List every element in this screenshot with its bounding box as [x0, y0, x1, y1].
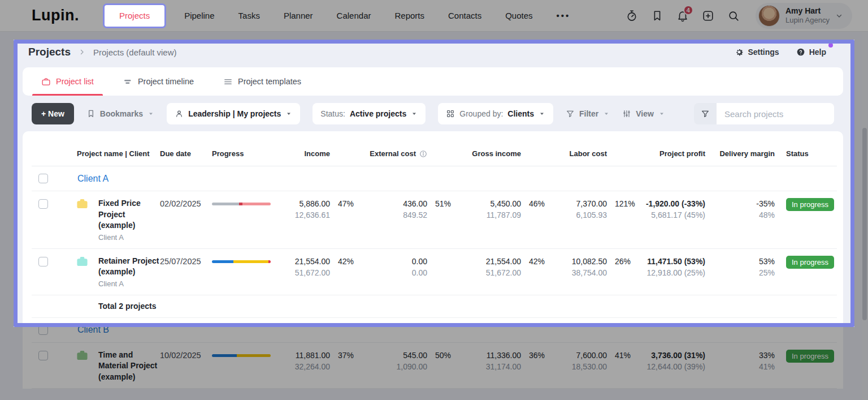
chevron-down-icon: [411, 110, 418, 117]
gear-icon: [735, 48, 744, 57]
breadcrumb: Projects Projects (default view) Setting…: [0, 40, 868, 64]
search-filter-button[interactable]: [694, 103, 717, 124]
col-gross-income[interactable]: Gross income: [452, 149, 546, 158]
nav-item-projects-label: Projects: [119, 11, 150, 20]
search-projects-input[interactable]: [717, 103, 834, 124]
tab-project-list[interactable]: Project list: [32, 67, 103, 96]
status-badge[interactable]: In progress: [786, 198, 834, 211]
group-header-client-a: Client A: [32, 166, 837, 191]
progress-bar: [212, 260, 271, 263]
new-project-button[interactable]: + New: [32, 103, 74, 124]
list-lines-icon: [223, 77, 233, 87]
col-progress[interactable]: Progress: [212, 149, 280, 158]
help-notification-dot: [828, 43, 833, 48]
col-project-name[interactable]: Project name | Client: [54, 149, 160, 158]
bookmark-icon: [86, 109, 96, 118]
project-client: Client A: [98, 278, 160, 289]
col-due-date[interactable]: Due date: [160, 149, 212, 158]
external-cost-cell: 436.0051% 849.52: [355, 198, 452, 221]
external-cost-cell: 0.00 0.00: [355, 256, 452, 278]
table-header-row: Project name | Client Due date Progress …: [32, 131, 837, 166]
income-cell: 5,886.0047% 12,636.61: [280, 198, 355, 221]
briefcase-icon: [41, 77, 51, 87]
chevron-down-icon: [285, 110, 292, 117]
sliders-icon: [622, 109, 631, 118]
tab-project-templates[interactable]: Project templates: [214, 67, 310, 96]
chevron-down-icon: [539, 110, 545, 117]
funnel-icon: [701, 109, 710, 118]
col-income[interactable]: Income: [280, 149, 355, 158]
project-name-link[interactable]: Retainer Project (example): [98, 256, 160, 278]
status-filter-dropdown[interactable]: Status: Active projects: [313, 103, 426, 124]
timeline-icon: [123, 77, 133, 87]
project-client: Client A: [98, 232, 160, 243]
col-external-cost[interactable]: External cost: [355, 149, 452, 158]
project-color-icon: [76, 198, 88, 209]
saved-view-dropdown[interactable]: Leadership | My projects: [167, 103, 300, 124]
col-labor-cost[interactable]: Labor cost: [546, 149, 632, 158]
nav-item-projects[interactable]: Projects: [103, 3, 166, 28]
due-date: 25/07/2025: [160, 256, 212, 267]
due-date: 02/02/2025: [160, 198, 212, 209]
table-row: Retainer Project (example) Client A 25/0…: [32, 249, 837, 295]
help-label: Help: [809, 48, 826, 57]
gross-income-cell: 21,554.0042% 51,672.00: [452, 256, 546, 278]
chevron-down-icon: [147, 110, 154, 117]
project-profit-cell: -1,920.00 (-33%) 5,681.17 (45%): [632, 198, 705, 221]
help-icon: [796, 48, 805, 57]
person-icon: [175, 109, 184, 118]
tab-project-timeline[interactable]: Project timeline: [114, 67, 203, 96]
gross-income-cell: 5,450.0046% 11,787.09: [452, 198, 546, 221]
view-options-dropdown[interactable]: View: [622, 109, 665, 118]
dim-overlay-right: [854, 40, 868, 327]
dim-overlay-bottom: [0, 327, 868, 400]
search-projects: [694, 103, 834, 124]
page-title[interactable]: Projects: [28, 46, 71, 58]
bookmarks-dropdown[interactable]: Bookmarks: [86, 109, 154, 118]
delivery-margin-cell: -35% 48%: [705, 198, 775, 221]
delivery-margin-cell: 53% 25%: [705, 256, 775, 278]
chevron-down-icon: [658, 110, 665, 117]
group-checkbox[interactable]: [38, 174, 48, 183]
project-profit-cell: 11,471.50 (53%) 12,918.00 (25%): [632, 256, 705, 278]
group-total-row: Total 2 projects: [32, 295, 837, 318]
row-checkbox[interactable]: [38, 199, 48, 209]
labor-cost-cell: 10,082.5026% 38,754.00: [546, 256, 632, 278]
col-delivery-margin[interactable]: Delivery margin: [705, 149, 775, 158]
client-link[interactable]: Client A: [77, 174, 108, 184]
filter-dropdown[interactable]: Filter: [566, 109, 610, 118]
status-badge[interactable]: In progress: [786, 256, 834, 269]
project-name-link[interactable]: Fixed Price Project (example): [98, 198, 160, 231]
chevron-right-icon: [79, 49, 85, 55]
income-cell: 21,554.0042% 51,672.00: [280, 256, 355, 278]
help-button[interactable]: Help: [796, 48, 826, 57]
settings-button[interactable]: Settings: [735, 48, 779, 57]
view-tabs: Project list Project timeline Project te…: [23, 67, 843, 96]
group-total-label: Total 2 projects: [32, 302, 156, 311]
grouped-by-dropdown[interactable]: Grouped by: Clients: [438, 103, 553, 124]
project-color-icon: [76, 256, 88, 267]
table-row: Fixed Price Project (example) Client A 0…: [32, 191, 837, 249]
dim-overlay-left: [0, 40, 14, 327]
row-checkbox[interactable]: [38, 257, 48, 266]
info-icon[interactable]: [419, 150, 427, 158]
progress-bar: [212, 203, 271, 205]
settings-label: Settings: [748, 48, 779, 57]
funnel-icon: [566, 109, 575, 118]
grid-icon: [446, 109, 455, 118]
chevron-down-icon: [603, 110, 610, 117]
col-project-profit[interactable]: Project profit: [632, 149, 705, 158]
col-status[interactable]: Status: [775, 149, 837, 158]
breadcrumb-current-view[interactable]: Projects (default view): [93, 48, 177, 57]
labor-cost-cell: 7,370.00121% 6,105.93: [546, 198, 632, 221]
list-toolbar: + New Bookmarks Leadership | My projects…: [32, 103, 834, 124]
